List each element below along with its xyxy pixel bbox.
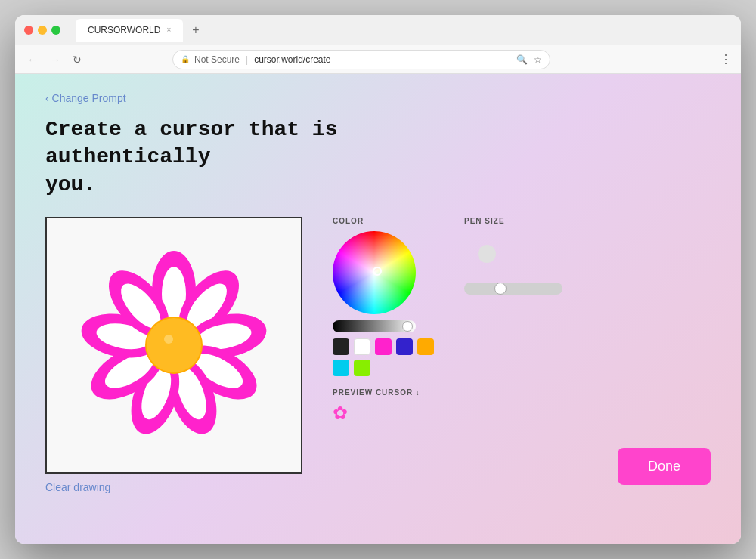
url-address: cursor.world/create bbox=[254, 54, 330, 65]
swatch-cyan[interactable] bbox=[333, 360, 349, 376]
controls-row-top: COLOR bbox=[333, 217, 711, 376]
color-wheel[interactable] bbox=[333, 231, 416, 314]
drawing-canvas[interactable] bbox=[45, 217, 302, 474]
done-button[interactable]: Done bbox=[618, 448, 711, 485]
color-label: COLOR bbox=[333, 217, 434, 225]
brightness-slider[interactable] bbox=[333, 320, 416, 332]
flower-drawing bbox=[68, 239, 280, 451]
svg-point-20 bbox=[164, 335, 173, 344]
pen-size-thumb[interactable] bbox=[494, 283, 507, 295]
back-link[interactable]: ‹ Change Prompt bbox=[45, 92, 711, 104]
color-wheel-cursor[interactable] bbox=[373, 267, 382, 276]
preview-cursor-area: ✿ bbox=[333, 403, 711, 424]
lock-icon: 🔒 bbox=[181, 55, 190, 63]
pen-dot bbox=[478, 245, 496, 263]
address-bar: ← → ↻ 🔒 Not Secure | cursor.world/create… bbox=[15, 45, 741, 74]
clear-drawing-button[interactable]: Clear drawing bbox=[45, 481, 302, 493]
pen-preview bbox=[464, 231, 510, 276]
url-bar[interactable]: 🔒 Not Secure | cursor.world/create 🔍 ☆ bbox=[172, 50, 550, 69]
back-button[interactable]: ← bbox=[24, 52, 41, 67]
close-button[interactable] bbox=[24, 26, 33, 35]
tab-bar: CURSORWORLD × + bbox=[76, 19, 732, 42]
swatch-orange[interactable] bbox=[417, 338, 434, 355]
swatch-lime[interactable] bbox=[354, 360, 370, 376]
pen-size-label: PEN SIZE bbox=[464, 217, 562, 225]
active-tab[interactable]: CURSORWORLD × bbox=[76, 19, 183, 42]
brightness-thumb[interactable] bbox=[402, 321, 413, 332]
page-content: ‹ Change Prompt Create a cursor that is … bbox=[15, 74, 741, 544]
refresh-button[interactable]: ↻ bbox=[70, 52, 85, 67]
not-secure-label: Not Secure bbox=[194, 54, 240, 65]
tab-close-button[interactable]: × bbox=[166, 26, 171, 34]
browser-menu-button[interactable]: ⋮ bbox=[720, 52, 732, 66]
bottom-row: Done bbox=[333, 442, 711, 485]
swatch-black[interactable] bbox=[333, 338, 349, 355]
color-section: COLOR bbox=[333, 217, 434, 376]
page-title: Create a cursor that is authentically yo… bbox=[45, 116, 499, 199]
main-area: Clear drawing COLOR bbox=[45, 217, 711, 493]
traffic-lights bbox=[24, 26, 60, 35]
tab-title: CURSORWORLD bbox=[88, 25, 160, 36]
new-tab-button[interactable]: + bbox=[187, 23, 203, 37]
browser-window: CURSORWORLD × + ← → ↻ 🔒 Not Secure | cur… bbox=[15, 15, 741, 544]
preview-section: PREVIEW CURSOR ↓ ✿ bbox=[333, 388, 711, 424]
swatch-magenta[interactable] bbox=[375, 338, 392, 355]
forward-button[interactable]: → bbox=[47, 52, 64, 67]
swatch-dark-blue[interactable] bbox=[396, 338, 413, 355]
minimize-button[interactable] bbox=[38, 26, 47, 35]
canvas-container: Clear drawing bbox=[45, 217, 302, 493]
svg-point-19 bbox=[147, 318, 201, 372]
swatches-grid bbox=[333, 338, 434, 376]
swatch-white[interactable] bbox=[354, 338, 370, 355]
maximize-button[interactable] bbox=[51, 26, 60, 35]
bookmark-icon[interactable]: ☆ bbox=[534, 54, 542, 65]
title-bar: CURSORWORLD × + bbox=[15, 15, 741, 45]
preview-cursor-label: PREVIEW CURSOR ↓ bbox=[333, 388, 711, 397]
pen-size-slider[interactable] bbox=[464, 283, 562, 295]
controls-panel: COLOR bbox=[333, 217, 711, 485]
search-icon[interactable]: 🔍 bbox=[516, 54, 528, 65]
pen-size-section: PEN SIZE bbox=[464, 217, 562, 376]
cursor-preview-icon: ✿ bbox=[333, 403, 348, 424]
